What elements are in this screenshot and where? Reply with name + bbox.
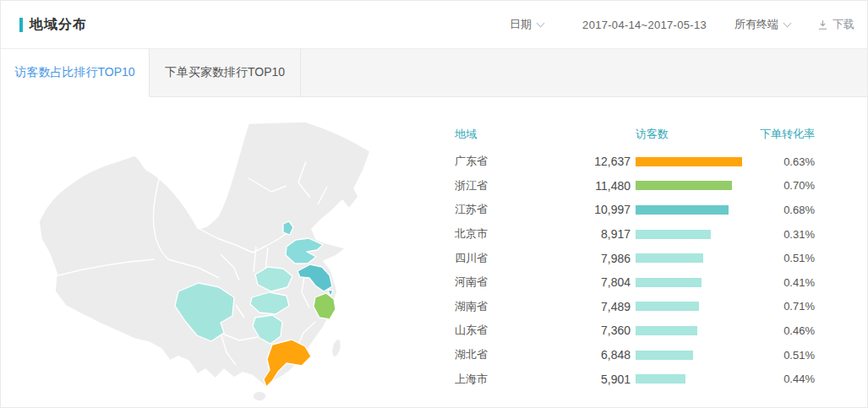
region-label: 山东省	[455, 323, 549, 338]
region-label: 湖南省	[455, 299, 549, 314]
column-header-visitors: 访客数	[631, 127, 747, 142]
conversion-value: 0.71%	[747, 300, 815, 313]
visitors-bar-cell	[631, 181, 747, 190]
region-label: 江苏省	[455, 202, 549, 217]
terminal-select-dropdown[interactable]: 所有终端	[734, 17, 790, 32]
conversion-value: 0.68%	[747, 204, 815, 216]
tab-bar-filler	[301, 49, 867, 97]
table-row: 上海市 5,901 0.44%	[455, 367, 815, 391]
table-row: 湖南省 7,489 0.71%	[455, 295, 815, 319]
visitors-value: 7,489	[549, 300, 631, 313]
visitors-bar	[636, 302, 699, 311]
region-label: 浙江省	[455, 178, 549, 193]
column-header-conversion: 下单转化率	[747, 127, 815, 142]
download-icon	[817, 19, 828, 30]
header-controls: 日期 2017-04-14~2017-05-13 所有终端 下载	[510, 17, 867, 32]
region-label: 广东省	[455, 154, 549, 169]
visitors-value: 8,917	[549, 227, 631, 241]
download-label: 下载	[833, 17, 854, 32]
title-accent-bar	[19, 18, 23, 32]
table-row: 江苏省 10,997 0.68%	[455, 198, 815, 222]
region-distribution-panel: 地域分布 日期 2017-04-14~2017-05-13 所有终端 下载 访客…	[0, 0, 868, 408]
panel-content: 地域 访客数 下单转化率 广东省 12,637 0.63% 浙江省 11,480	[1, 97, 867, 408]
visitors-bar-cell	[631, 278, 747, 287]
tab-buyer-ranking[interactable]: 下单买家数排行TOP10	[150, 49, 301, 97]
visitors-value: 11,480	[549, 179, 631, 193]
panel-header: 地域分布 日期 2017-04-14~2017-05-13 所有终端 下载	[1, 1, 867, 49]
conversion-value: 0.41%	[747, 276, 815, 289]
conversion-value: 0.51%	[747, 252, 815, 264]
tab-visitor-ranking[interactable]: 访客数占比排行TOP10	[1, 49, 150, 97]
conversion-value: 0.51%	[747, 349, 815, 362]
conversion-value: 0.31%	[747, 228, 815, 241]
tab-label: 下单买家数排行TOP10	[165, 65, 285, 80]
visitors-value: 7,360	[549, 324, 631, 337]
region-label: 湖北省	[455, 347, 549, 362]
region-label: 上海市	[455, 372, 549, 387]
map-landmass	[39, 122, 370, 389]
visitors-bar-cell	[631, 253, 747, 263]
visitors-value: 7,986	[549, 252, 631, 265]
chevron-down-icon	[537, 19, 545, 27]
table-row: 河南省 7,804 0.41%	[455, 270, 815, 295]
table-body: 广东省 12,637 0.63% 浙江省 11,480 0.70% 江苏省 10…	[455, 150, 815, 391]
visitors-bar-cell	[631, 157, 747, 166]
chevron-down-icon	[783, 19, 792, 27]
region-label: 四川省	[455, 251, 549, 266]
conversion-value: 0.63%	[747, 155, 815, 168]
china-map[interactable]	[18, 111, 432, 405]
table-row: 北京市 8,917 0.31%	[455, 222, 815, 247]
visitors-bar	[636, 326, 697, 335]
visitors-bar	[636, 278, 701, 287]
date-picker-dropdown[interactable]: 日期	[510, 17, 543, 32]
date-picker-label: 日期	[510, 17, 532, 32]
visitors-bar	[636, 230, 711, 239]
download-button[interactable]: 下载	[817, 17, 854, 32]
tab-bar: 访客数占比排行TOP10 下单买家数排行TOP10	[1, 49, 867, 97]
visitors-bar-cell	[631, 374, 747, 384]
visitors-bar	[636, 181, 732, 190]
visitors-bar-cell	[631, 326, 747, 335]
visitors-bar-cell	[631, 205, 747, 215]
table-row: 四川省 7,986 0.51%	[455, 246, 815, 270]
region-label: 北京市	[455, 226, 549, 242]
table-row: 湖北省 6,848 0.51%	[455, 343, 815, 367]
visitors-bar	[636, 351, 693, 360]
visitors-bar	[636, 157, 742, 166]
conversion-value: 0.44%	[747, 373, 815, 385]
conversion-value: 0.70%	[747, 179, 815, 192]
visitors-value: 6,848	[549, 348, 631, 362]
ranking-table: 地域 访客数 下单转化率 广东省 12,637 0.63% 浙江省 11,480	[455, 126, 815, 391]
visitors-bar	[636, 374, 685, 384]
visitors-value: 7,804	[549, 275, 631, 289]
terminal-select-label: 所有终端	[734, 17, 778, 32]
visitors-bar-cell	[631, 302, 747, 311]
page-title: 地域分布	[30, 16, 87, 34]
table-header-row: 地域 访客数 下单转化率	[455, 126, 815, 143]
visitors-bar-cell	[631, 230, 747, 239]
visitors-bar-cell	[631, 351, 747, 360]
visitors-bar	[636, 253, 703, 263]
map-hainan-island	[253, 391, 266, 401]
table-row: 广东省 12,637 0.63%	[455, 150, 815, 174]
visitors-value: 5,901	[549, 373, 631, 386]
conversion-value: 0.46%	[747, 324, 815, 337]
column-header-region: 地域	[455, 127, 549, 142]
visitors-value: 10,997	[549, 203, 631, 216]
table-row: 浙江省 11,480 0.70%	[455, 174, 815, 199]
region-label: 河南省	[455, 275, 549, 290]
tab-label: 访客数占比排行TOP10	[14, 65, 134, 80]
visitors-bar	[636, 205, 729, 215]
date-range-value: 2017-04-14~2017-05-13	[582, 19, 707, 31]
map-taiwan-island	[330, 338, 342, 358]
table-row: 山东省 7,360 0.46%	[455, 318, 815, 343]
visitors-value: 12,637	[549, 155, 631, 168]
